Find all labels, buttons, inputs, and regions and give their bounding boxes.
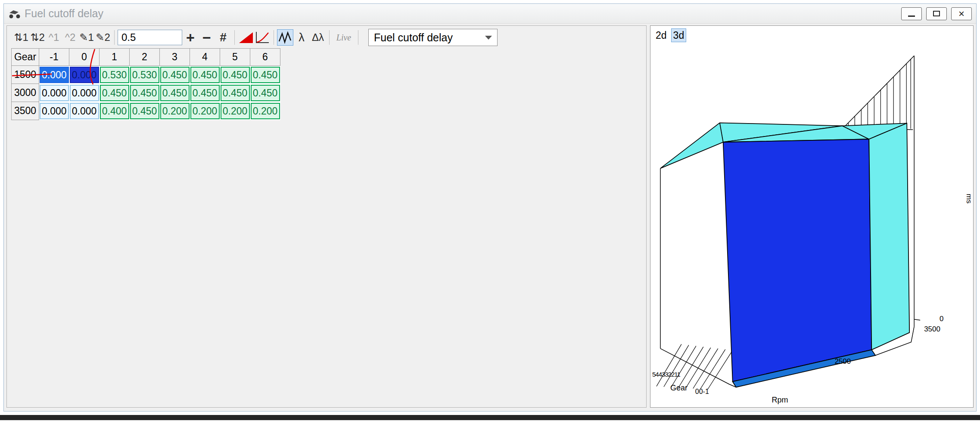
window-title: Fuel cutoff delay: [25, 7, 103, 20]
interpolate-2-icon: ⇅2: [30, 31, 44, 43]
edit-2-button[interactable]: ✎2: [95, 29, 111, 46]
peak-2-button[interactable]: ^2: [62, 29, 78, 46]
table-cell[interactable]: 0.450: [160, 66, 190, 84]
gear-axis-label: Gear: [670, 384, 688, 392]
restore-icon: [933, 11, 940, 16]
col-header-6[interactable]: 6: [250, 49, 280, 66]
table-cell[interactable]: 0.200: [220, 102, 250, 120]
floor-hatch: [656, 344, 733, 390]
interpolate-2-button[interactable]: ⇅2: [29, 29, 46, 46]
table-cell[interactable]: 0.450: [220, 66, 250, 84]
table-cell[interactable]: 0.450: [250, 66, 280, 84]
live-button[interactable]: Live: [333, 29, 355, 46]
peak-2-icon: ^2: [65, 31, 76, 43]
col-header-2[interactable]: 2: [130, 49, 160, 66]
table-cell[interactable]: 0.000: [39, 84, 69, 102]
right-wall-hatch: [848, 59, 911, 129]
table-cell[interactable]: 0.530: [130, 66, 160, 84]
col-header--1[interactable]: -1: [39, 49, 69, 66]
bottom-edge: [0, 415, 980, 420]
table-panel: ⇅1 ⇅2 ^1 ^2 ✎1 ✎2 + − #: [6, 25, 647, 408]
rpm-tick-2500: 2500: [834, 357, 851, 365]
toolbar-separator: [358, 30, 358, 45]
peak-1-button[interactable]: ^1: [46, 29, 62, 46]
decrease-button[interactable]: −: [199, 29, 215, 46]
surface-3d-plot[interactable]: 0 3500 2500 Rpm Gear 544332211 00-1 ms: [650, 26, 973, 407]
app-icon: [8, 9, 21, 19]
table-cell[interactable]: 0.000: [39, 102, 69, 120]
graph-panel: 2d 3d: [650, 25, 974, 408]
table-cell[interactable]: 0.450: [250, 84, 280, 102]
edit-2-icon: ✎2: [96, 31, 110, 43]
delta-lambda-button[interactable]: Δλ: [310, 29, 326, 46]
table-row: 3000 0.000 0.000 0.450 0.450 0.450 0.450…: [12, 84, 280, 102]
interpolate-1-icon: ⇅1: [14, 31, 28, 43]
col-header-5[interactable]: 5: [220, 49, 250, 66]
window-controls: ×: [901, 7, 972, 20]
rpm-tick-3500: 3500: [924, 325, 940, 333]
table-cell[interactable]: 0.000: [39, 66, 69, 84]
lambda-button[interactable]: λ: [293, 29, 310, 46]
surface-wall: [723, 139, 872, 381]
gear-rpm-table: Gear -1 0 1 2 3 4 5 6 1500 0.000: [11, 48, 280, 120]
row-header-3000[interactable]: 3000: [12, 84, 39, 102]
col-header-3[interactable]: 3: [160, 49, 190, 66]
col-header-4[interactable]: 4: [190, 49, 220, 66]
step-value-input[interactable]: [118, 30, 182, 45]
table-cell[interactable]: 0.000: [69, 102, 100, 120]
table-cell[interactable]: 0.200: [190, 102, 220, 120]
table-cell[interactable]: 0.450: [190, 66, 220, 84]
z-axis-label: ms: [965, 194, 973, 204]
set-value-button[interactable]: #: [215, 29, 231, 46]
table-cell[interactable]: 0.450: [160, 84, 190, 102]
plus-icon: +: [186, 29, 195, 46]
trace-button[interactable]: [277, 29, 293, 46]
hash-icon: #: [220, 31, 227, 44]
table-cell[interactable]: 0.450: [130, 102, 160, 120]
table-cell-active[interactable]: 0.000: [69, 66, 100, 84]
ramp-icon: [239, 32, 253, 43]
toolbar: ⇅1 ⇅2 ^1 ^2 ✎1 ✎2 + − #: [7, 26, 646, 48]
table-cell[interactable]: 0.450: [220, 84, 250, 102]
map-selector-dropdown[interactable]: Fuel cutoff delay: [368, 29, 498, 46]
table-cell[interactable]: 0.450: [190, 84, 220, 102]
interpolate-1-button[interactable]: ⇅1: [13, 29, 29, 46]
titlebar[interactable]: Fuel cutoff delay ×: [4, 4, 976, 24]
page: Fuel cutoff delay × ⇅1 ⇅2 ^1 ^2 ✎1 ✎2: [0, 0, 980, 421]
z-tick-label: 0: [940, 315, 943, 323]
minimize-button[interactable]: [901, 7, 922, 20]
curve-ramp-icon: [255, 31, 270, 44]
table-cell[interactable]: 0.200: [160, 102, 190, 120]
table-cell[interactable]: 0.000: [69, 84, 100, 102]
tab-2d[interactable]: 2d: [654, 28, 669, 42]
col-header-1[interactable]: 1: [100, 49, 130, 66]
table-corner-header: Gear: [12, 49, 39, 66]
toolbar-separator: [329, 30, 330, 45]
close-button[interactable]: ×: [951, 7, 972, 20]
table-cell[interactable]: 0.400: [100, 102, 130, 120]
tab-3d[interactable]: 3d: [671, 28, 687, 42]
toolbar-separator: [274, 30, 274, 45]
map-selector-value: Fuel cutoff delay: [374, 31, 485, 44]
table-row: 1500 0.000 0.000 0.530 0.530 0.450 0.450…: [12, 66, 280, 84]
gear-tick-labels: 544332211: [652, 371, 680, 378]
table-cell[interactable]: 0.450: [100, 84, 130, 102]
ramp-solid-button[interactable]: [238, 29, 254, 46]
row-header-3500[interactable]: 3500: [12, 102, 39, 120]
edit-1-button[interactable]: ✎1: [78, 29, 95, 46]
table-cell[interactable]: 0.530: [100, 66, 130, 84]
origin-tick-labels: 00-1: [695, 388, 709, 395]
toolbar-separator: [234, 30, 235, 45]
trace-icon: [278, 31, 292, 44]
row-header-1500[interactable]: 1500: [12, 66, 39, 84]
table-cell[interactable]: 0.200: [250, 102, 280, 120]
toolbar-separator: [114, 30, 115, 45]
delta-lambda-icon: Δλ: [312, 31, 324, 43]
ramp-curve-button[interactable]: [254, 29, 271, 46]
restore-button[interactable]: [926, 7, 947, 20]
minus-icon: −: [202, 29, 211, 46]
table-cell[interactable]: 0.450: [130, 84, 160, 102]
col-header-0[interactable]: 0: [69, 49, 100, 66]
peak-1-icon: ^1: [49, 31, 59, 43]
increase-button[interactable]: +: [182, 29, 199, 46]
